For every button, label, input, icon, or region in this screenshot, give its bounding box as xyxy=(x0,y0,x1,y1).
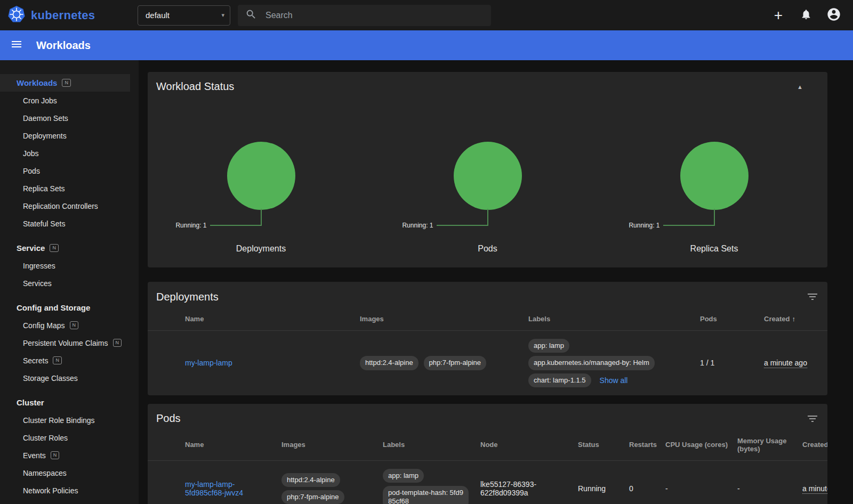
sidebar-item-label: Replica Sets xyxy=(23,184,65,193)
pods-table: Name Images Labels Node Status Restarts … xyxy=(148,429,827,504)
chart-connector xyxy=(261,209,262,226)
page-title: Workloads xyxy=(36,39,91,52)
sidebar-item-label: Workloads xyxy=(17,78,57,87)
search-icon xyxy=(245,9,257,22)
table-row: my-lamp-lamp httpd:2.4-alpine php:7-fpm-… xyxy=(148,331,827,395)
sidebar-item-services[interactable]: Services xyxy=(0,274,139,292)
notifications-button[interactable] xyxy=(795,5,817,26)
user-account-button[interactable] xyxy=(823,5,844,26)
sidebar-item-cluster-role-bindings[interactable]: Cluster Role Bindings xyxy=(0,411,139,429)
chart-connector xyxy=(210,225,261,226)
sidebar-item-label: Secrets xyxy=(23,356,48,365)
new-badge: N xyxy=(51,451,60,459)
pods-count: 1 / 1 xyxy=(696,331,760,395)
new-badge: N xyxy=(53,356,62,364)
column-header-cpu[interactable]: CPU Usage (cores) xyxy=(661,429,733,461)
new-badge: N xyxy=(70,321,79,329)
sidebar-item-workloads[interactable]: Workloads N xyxy=(0,74,130,92)
sidebar-item-events[interactable]: Events N xyxy=(0,446,139,464)
hamburger-menu-button[interactable] xyxy=(10,38,23,52)
sidebar-item-label: Network Policies xyxy=(23,486,78,495)
deployment-name-link[interactable]: my-lamp-lamp xyxy=(185,359,232,367)
node-name: lke55127-86393-622f8d09399a xyxy=(480,480,536,497)
pod-name-link[interactable]: my-lamp-lamp-5fd985cf68-jwvz4 xyxy=(185,480,243,497)
sidebar-item-cluster[interactable]: Cluster xyxy=(0,394,139,411)
kubernetes-logo[interactable]: kubernetes xyxy=(0,5,138,26)
account-circle-icon xyxy=(826,7,841,24)
column-header-created[interactable]: Created↑ xyxy=(798,429,827,461)
sidebar-item-persistent-volume-claims[interactable]: Persistent Volume Claims N xyxy=(0,334,139,352)
sidebar-item-label: Stateful Sets xyxy=(23,220,65,228)
column-header-name[interactable]: Name xyxy=(181,429,277,461)
top-bar: kubernetes default ▾ + xyxy=(0,0,853,30)
column-header-images[interactable]: Images xyxy=(277,429,379,461)
chart-connector xyxy=(487,209,488,226)
sidebar-item-label: Ingresses xyxy=(23,262,55,270)
sidebar-item-deployments[interactable]: Deployments xyxy=(0,127,139,144)
sidebar-item-label: Replication Controllers xyxy=(23,202,98,210)
label-chip: app: lamp xyxy=(383,469,424,483)
show-all-labels-link[interactable]: Show all xyxy=(600,376,628,385)
column-header-restarts[interactable]: Restarts xyxy=(625,429,661,461)
sidebar-item-namespaces[interactable]: Namespaces xyxy=(0,464,139,482)
sidebar-item-secrets[interactable]: Secrets N xyxy=(0,352,139,369)
filter-icon[interactable] xyxy=(806,290,819,303)
sidebar-item-jobs[interactable]: Jobs xyxy=(0,144,139,162)
column-header-labels[interactable]: Labels xyxy=(379,429,476,461)
pod-memory-usage: - xyxy=(733,460,798,504)
new-badge: N xyxy=(62,79,71,87)
column-header-memory[interactable]: Memory Usage (bytes) xyxy=(733,429,798,461)
pod-status: Running xyxy=(574,460,625,504)
sidebar-item-service[interactable]: Service N xyxy=(0,239,139,257)
card-title-deployments: Deployments xyxy=(156,291,219,303)
sidebar-item-config-and-storage[interactable]: Config and Storage xyxy=(0,299,139,316)
collapse-card-icon[interactable]: ▲ xyxy=(797,84,803,90)
main-content: Workload Status ▲ Running: 1 Deployments… xyxy=(139,60,853,504)
sidebar-item-label: Service xyxy=(17,243,45,253)
sidebar-item-network-policies[interactable]: Network Policies xyxy=(0,482,139,499)
column-header-created[interactable]: Created↑ xyxy=(760,307,827,331)
sidebar-item-label: Cluster Role Bindings xyxy=(23,416,95,425)
sidebar-item-label: Pods xyxy=(23,167,40,175)
chart-pods: Running: 1 Pods xyxy=(374,142,601,258)
chart-title: Pods xyxy=(374,244,601,254)
chart-connector xyxy=(663,225,714,226)
column-header-images[interactable]: Images xyxy=(356,307,524,331)
sidebar-item-label: Jobs xyxy=(23,149,39,158)
sidebar-item-stateful-sets[interactable]: Stateful Sets xyxy=(0,215,139,232)
column-header-status-text[interactable]: Status xyxy=(574,429,625,461)
new-badge: N xyxy=(50,244,59,252)
sidebar-item-label: Cluster Roles xyxy=(23,434,68,442)
column-header-pods[interactable]: Pods xyxy=(696,307,760,331)
column-header-labels[interactable]: Labels xyxy=(524,307,696,331)
column-header-name[interactable]: Name xyxy=(181,307,356,331)
filter-icon[interactable] xyxy=(806,412,819,425)
sidebar-item-pods[interactable]: Pods xyxy=(0,162,139,180)
sidebar-item-replica-sets[interactable]: Replica Sets xyxy=(0,180,139,197)
hamburger-icon xyxy=(10,38,23,53)
workload-status-card: Workload Status ▲ Running: 1 Deployments… xyxy=(148,72,827,267)
sidebar-item-ingresses[interactable]: Ingresses xyxy=(0,257,139,274)
sidebar-item-cluster-roles[interactable]: Cluster Roles xyxy=(0,429,139,446)
namespace-selector[interactable]: default ▾ xyxy=(138,5,230,26)
bell-icon xyxy=(800,9,812,22)
label-chip: chart: lamp-1.1.5 xyxy=(528,373,591,387)
donut-chart xyxy=(680,142,749,210)
deployments-card: Deployments Name Images Labels Pods Crea… xyxy=(148,282,827,395)
sidebar-item-daemon-sets[interactable]: Daemon Sets xyxy=(0,109,139,127)
search-bar[interactable] xyxy=(238,5,491,26)
sidebar-item-replication-controllers[interactable]: Replication Controllers xyxy=(0,197,139,215)
chart-connector xyxy=(714,209,715,226)
created-timestamp: a minute ago xyxy=(764,359,807,368)
chart-slice-label: Running: 1 xyxy=(175,222,206,229)
pods-card: Pods Name Images Labels Node Status Rest… xyxy=(148,404,827,504)
image-chip: httpd:2.4-alpine xyxy=(281,473,340,487)
image-chip: php:7-fpm-alpine xyxy=(424,356,487,370)
sidebar-item-storage-classes[interactable]: Storage Classes xyxy=(0,369,139,387)
sidebar-item-config-maps[interactable]: Config Maps N xyxy=(0,316,139,334)
create-button[interactable]: + xyxy=(768,5,789,26)
image-chip: php:7-fpm-alpine xyxy=(281,490,344,504)
sidebar-item-cron-jobs[interactable]: Cron Jobs xyxy=(0,92,139,109)
search-input[interactable] xyxy=(265,11,484,20)
column-header-node[interactable]: Node xyxy=(476,429,574,461)
